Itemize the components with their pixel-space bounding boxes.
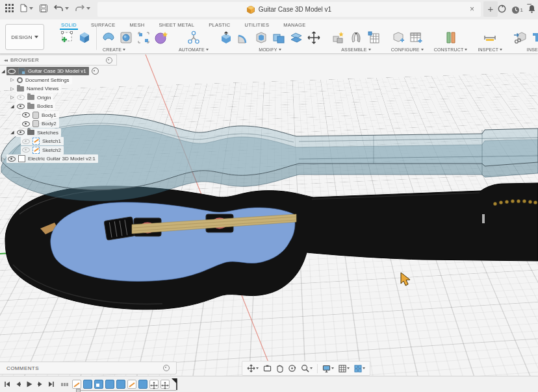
tab-surface[interactable]: SURFACE [90, 21, 117, 30]
pan-button[interactable] [247, 364, 259, 373]
tree-item-origin[interactable]: ▷ Origin [0, 93, 117, 103]
workspace-selector[interactable]: DESIGN [5, 24, 44, 50]
construct-plane-icon[interactable] [444, 31, 458, 45]
job-status-button[interactable]: 1 [511, 6, 523, 14]
undo-button[interactable] [54, 5, 69, 12]
create-sketch-icon[interactable] [60, 31, 74, 45]
go-to-start-button[interactable] [4, 381, 10, 387]
loft-icon[interactable] [101, 31, 116, 45]
bom-table-icon[interactable] [366, 31, 381, 45]
hole-icon[interactable] [119, 31, 133, 45]
viewports-button[interactable] [354, 365, 365, 373]
play-button[interactable] [26, 381, 32, 387]
fit-view-button[interactable] [263, 365, 272, 372]
tree-item-sketches[interactable]: ◢ Sketches [0, 129, 117, 138]
comments-bar[interactable]: COMMENTS [0, 361, 177, 374]
orbit-button[interactable] [288, 364, 296, 373]
new-component-icon[interactable] [331, 31, 346, 45]
browser-header[interactable]: ◂◂ BROWSER [0, 55, 117, 66]
activate-component-radio[interactable] [92, 67, 99, 75]
zoom-button[interactable] [301, 364, 313, 373]
create-menu[interactable]: CREATE [103, 47, 125, 52]
insert-menu[interactable]: INSERT [527, 47, 538, 52]
timeline-group-settings-icon[interactable] [61, 383, 68, 386]
tree-item-electric-guitar[interactable]: ▷ Electric Guitar 3D Model v2:1 [0, 154, 117, 164]
visibility-eye-icon[interactable] [17, 95, 25, 100]
display-settings-button[interactable] [322, 365, 334, 373]
tree-item-sketch1[interactable]: Sketch1 [0, 137, 117, 146]
shell-icon[interactable] [254, 31, 268, 45]
go-to-end-button[interactable] [48, 381, 55, 387]
new-tab-button[interactable]: + [483, 1, 498, 17]
tree-item-body1[interactable]: Body1 [0, 111, 117, 120]
app-grid-menu-icon[interactable] [5, 4, 14, 12]
feature-sketch-icon[interactable] [72, 380, 81, 389]
expand-icon[interactable]: ▷ [9, 77, 16, 82]
guitar-case-body[interactable] [5, 183, 538, 310]
feature-canvas-icon[interactable] [94, 380, 103, 389]
visibility-eye-icon[interactable] [22, 121, 30, 127]
press-pull-icon[interactable] [219, 31, 233, 45]
document-tab[interactable]: Guitar Case 3D Model v1 [247, 6, 331, 14]
configure-menu[interactable]: CONFIGURE [391, 47, 424, 52]
visibility-eye-icon[interactable] [8, 156, 16, 162]
redo-caret-icon[interactable] [86, 7, 90, 10]
visibility-eye-icon[interactable] [22, 139, 30, 144]
save-button[interactable] [40, 5, 47, 12]
offset-face-icon[interactable] [289, 31, 303, 45]
feature-sketch-icon[interactable] [127, 380, 136, 389]
modify-menu[interactable]: MODIFY [259, 47, 281, 52]
automate-icon[interactable] [186, 31, 201, 45]
step-back-button[interactable] [15, 381, 21, 387]
tab-sheet-metal[interactable]: SHEET METAL [157, 21, 196, 30]
fillet-icon[interactable] [237, 31, 251, 45]
expand-icon[interactable]: ▷ [9, 95, 16, 100]
step-forward-button[interactable] [37, 381, 44, 387]
undo-caret-icon[interactable] [65, 7, 69, 10]
expand-icon[interactable]: ▷ [9, 86, 16, 92]
joint-icon[interactable] [349, 31, 363, 45]
tree-item-root[interactable]: ◢ Guitar Case 3D Model v1 [0, 67, 117, 76]
tab-plastic[interactable]: PLASTIC [207, 21, 231, 30]
expand-icon[interactable]: ▷ [0, 156, 6, 162]
tab-solid[interactable]: SOLID [60, 21, 78, 30]
feature-move-icon[interactable] [160, 380, 170, 389]
visibility-eye-icon[interactable] [22, 147, 30, 153]
timeline-marker[interactable] [171, 378, 179, 391]
feature-move-icon[interactable] [149, 380, 159, 389]
move-copy-icon[interactable] [307, 31, 321, 45]
configuration-table-icon[interactable] [409, 31, 423, 45]
panel-options-icon[interactable] [106, 57, 112, 64]
visibility-eye-icon[interactable] [8, 69, 16, 74]
tab-mesh[interactable]: MESH [129, 21, 146, 30]
tree-item-sketch2[interactable]: Sketch2 [0, 146, 117, 155]
configuration-icon[interactable] [391, 31, 405, 45]
automate-menu[interactable]: AUTOMATE [179, 47, 209, 52]
feature-extrude-icon[interactable] [105, 380, 114, 389]
visibility-eye-icon[interactable] [22, 112, 30, 117]
primitive-box-icon[interactable] [77, 31, 92, 45]
tab-close-button[interactable]: × [470, 5, 474, 14]
tree-item-bodies[interactable]: ◢ Bodies [0, 102, 117, 111]
tree-item-document-settings[interactable]: ▷ Document Settings [0, 76, 117, 85]
extension-icon[interactable] [498, 4, 506, 16]
tree-item-named-views[interactable]: ▷ Named Views [0, 84, 117, 93]
tab-manage[interactable]: MANAGE [282, 21, 307, 30]
measure-icon[interactable] [483, 31, 497, 45]
combine-icon[interactable] [272, 31, 286, 45]
timeline-track[interactable] [80, 390, 176, 391]
create-form-icon[interactable] [154, 31, 168, 45]
feature-extrude-icon[interactable] [116, 380, 125, 389]
expand-icon[interactable]: ◢ [9, 104, 16, 109]
tab-utilities[interactable]: UTILITIES [244, 21, 271, 30]
tree-item-body2[interactable]: Body2 [0, 119, 117, 129]
feature-extrude-icon[interactable] [83, 380, 92, 389]
collapse-panel-icon[interactable]: ◂◂ [4, 58, 7, 63]
grid-settings-button[interactable] [339, 365, 350, 373]
feature-extrude-icon[interactable] [138, 380, 147, 389]
construct-menu[interactable]: CONSTRUCT [434, 47, 468, 52]
assemble-menu[interactable]: ASSEMBLE [341, 47, 370, 52]
inspect-menu[interactable]: INSPECT [478, 47, 502, 52]
pan-hand-icon[interactable] [276, 365, 283, 373]
visibility-eye-icon[interactable] [17, 104, 25, 109]
